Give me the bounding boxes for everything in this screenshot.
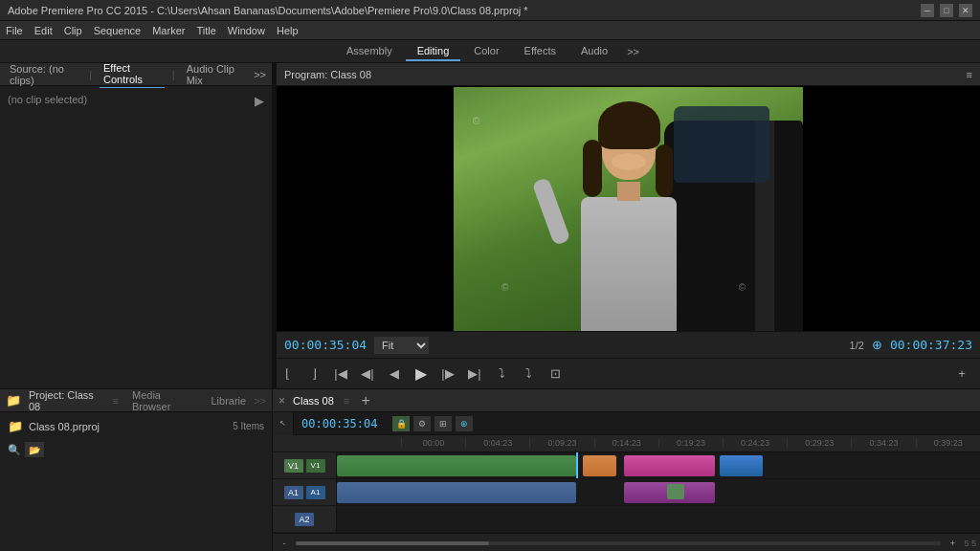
mark-out-button[interactable]: ⌋: [303, 364, 324, 385]
track-a2-header: A2: [273, 506, 337, 532]
main-layout: Source: (no clips) | Effect Controls | A…: [0, 63, 980, 551]
export-frame-button[interactable]: ⊡: [545, 364, 566, 385]
project-panel-more[interactable]: >>: [254, 395, 266, 407]
tab-audio-clip-mix[interactable]: Audio Clip Mix: [183, 61, 246, 88]
play-button[interactable]: ▶: [411, 364, 432, 385]
timeline-sync-controls: 🔒 ⚙ ⊞ ⊕: [392, 416, 473, 431]
track-v1-inner-toggle[interactable]: V1: [306, 459, 325, 473]
track-a1-toggle[interactable]: A1: [284, 486, 303, 499]
top-row: Source: (no clips) | Effect Controls | A…: [0, 63, 980, 388]
tl-zoom-slider[interactable]: [296, 541, 941, 545]
fit-dropdown[interactable]: Fit 25% 50% 100%: [374, 337, 429, 354]
cursor-tool[interactable]: ↖: [279, 419, 286, 428]
tab-effect-controls[interactable]: Effect Controls: [100, 60, 165, 88]
menu-window[interactable]: Window: [228, 25, 265, 36]
add-button[interactable]: +: [951, 364, 972, 385]
play-reverse-button[interactable]: ◀: [384, 364, 405, 385]
menu-marker[interactable]: Marker: [152, 25, 185, 36]
track-a1: A1 A1: [273, 479, 980, 506]
maximize-button[interactable]: □: [940, 4, 953, 17]
timeline-tools-col: ↖: [273, 412, 294, 435]
bottom-row: 📁 Project: Class 08 ≡ Media Browser Libr…: [0, 388, 980, 551]
track-a2-toggle[interactable]: A2: [295, 513, 314, 526]
track-v1-toggle[interactable]: V1: [284, 459, 303, 473]
clip-v1-pink[interactable]: [624, 455, 715, 476]
timeline-menu-icon[interactable]: ≡: [344, 395, 349, 407]
timeline-close-button[interactable]: ×: [278, 394, 285, 408]
clip-v1-blue[interactable]: [720, 455, 763, 476]
tab-effects[interactable]: Effects: [513, 42, 568, 61]
mark-in-button[interactable]: ⌊: [277, 364, 298, 385]
person-neck: [617, 182, 640, 201]
sync-lock-button[interactable]: 🔒: [392, 416, 410, 431]
insert-button[interactable]: ⤵: [491, 364, 512, 385]
workspace-more[interactable]: >>: [621, 44, 645, 59]
menu-file[interactable]: File: [6, 25, 23, 36]
menu-sequence[interactable]: Sequence: [94, 25, 142, 36]
track-v1: V1 V1: [273, 452, 980, 479]
no-clip-arrow[interactable]: ▶: [255, 94, 264, 108]
close-button[interactable]: ✕: [959, 4, 972, 17]
tab-color[interactable]: Color: [462, 42, 510, 61]
search-icon-magnify[interactable]: ⊕: [872, 338, 882, 352]
clip-v1-orange[interactable]: [583, 455, 616, 476]
left-panel-content: (no clip selected) ▶: [0, 86, 272, 388]
minimize-button[interactable]: ─: [921, 4, 934, 17]
ruler-5: 0:24:23: [723, 438, 787, 448]
search-icon[interactable]: 🔍: [8, 444, 21, 456]
tl-zoom-out-button[interactable]: -: [277, 537, 292, 550]
step-forward-button[interactable]: |▶: [437, 364, 458, 385]
timeline-settings-button[interactable]: ⚙: [413, 416, 431, 431]
program-duration: 00:00:37:23: [890, 338, 972, 352]
tab-audio[interactable]: Audio: [569, 42, 619, 61]
timeline-ruler: 00:00 0:04:23 0:09:23 0:14:23 0:19:23 0:…: [273, 435, 980, 452]
overwrite-button[interactable]: ⤵: [518, 364, 539, 385]
menu-title[interactable]: Title: [196, 25, 215, 36]
person-hair-top: [598, 101, 660, 149]
timeline-tool2-button[interactable]: ⊞: [434, 416, 452, 431]
program-controls: ⌊ ⌋ |◀ ◀| ◀ ▶ |▶ ▶| ⤵ ⤵ ⊡ +: [277, 358, 980, 388]
quality-indicator[interactable]: 1/2: [850, 340, 864, 351]
clip-v1-main[interactable]: [337, 455, 576, 476]
menu-help[interactable]: Help: [277, 25, 299, 36]
tab-editing[interactable]: Editing: [406, 42, 461, 61]
tab-librarie[interactable]: Librarie: [211, 395, 246, 407]
clip-a1-main[interactable]: [337, 482, 576, 503]
timeline-timecode[interactable]: 00:00:35:04: [294, 417, 385, 430]
ruler-2: 0:09:23: [529, 438, 593, 448]
timeline-tracks: V1 V1: [273, 452, 980, 533]
item-count: 5 Items: [233, 421, 264, 431]
menu-bar: File Edit Clip Sequence Marker Title Win…: [0, 21, 980, 40]
left-panel-menu-icon[interactable]: >>: [254, 69, 266, 80]
no-clip-message: (no clip selected): [8, 94, 87, 105]
track-a2-content[interactable]: [337, 506, 980, 532]
project-panel-menu-btn[interactable]: ≡: [113, 395, 119, 407]
person-smile-area: [612, 153, 646, 170]
track-v1-content[interactable]: [337, 452, 980, 478]
tab-media-browser[interactable]: Media Browser: [132, 389, 197, 412]
person-body: [581, 197, 677, 331]
step-back-button[interactable]: ◀|: [357, 364, 378, 385]
project-item-class08[interactable]: 📁 Class 08.prproj 5 Items: [4, 416, 268, 436]
add-track-button[interactable]: +: [357, 392, 374, 409]
menu-clip[interactable]: Clip: [64, 25, 82, 36]
track-a1-content[interactable]: [337, 479, 980, 505]
window-controls: ─ □ ✕: [921, 4, 972, 17]
timeline-tool3-button[interactable]: ⊕: [456, 416, 473, 431]
menu-edit[interactable]: Edit: [34, 25, 53, 36]
program-timecode[interactable]: 00:00:35:04: [284, 338, 367, 352]
new-bin-btn[interactable]: 📂: [25, 442, 44, 457]
tab-source[interactable]: Source: (no clips): [6, 61, 81, 88]
program-timecode-bar: 00:00:35:04 Fit 25% 50% 100% 1/2 ⊕ 00:00…: [277, 331, 980, 358]
program-panel-menu-icon[interactable]: ≡: [967, 69, 972, 80]
car-window: [674, 106, 769, 183]
bin-icon: 📂: [29, 445, 40, 455]
tl-zoom-in-button[interactable]: +: [945, 537, 960, 550]
timeline-body: ↖ 00:00:35:04 🔒 ⚙ ⊞ ⊕ 00:00 0:04:2: [273, 412, 980, 551]
program-panel-header: Program: Class 08 ≡: [277, 63, 980, 86]
go-to-in-button[interactable]: |◀: [330, 364, 351, 385]
clip-a1-thumb: [667, 484, 684, 499]
track-a1-inner-toggle[interactable]: A1: [306, 486, 325, 499]
tab-assembly[interactable]: Assembly: [335, 42, 404, 61]
go-to-out-button[interactable]: ▶|: [464, 364, 485, 385]
